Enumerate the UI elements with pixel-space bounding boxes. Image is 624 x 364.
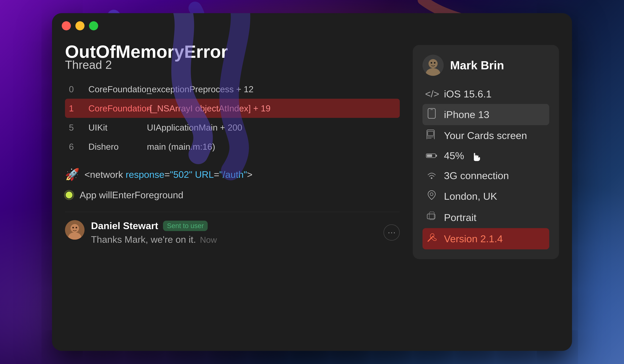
svg-rect-21 xyxy=(429,212,434,220)
info-item-orientation[interactable]: Portrait xyxy=(422,207,549,228)
tools-icon xyxy=(425,232,438,245)
comment-header: Daniel Stewart Sent to user xyxy=(91,220,377,231)
svg-rect-22 xyxy=(427,214,435,219)
info-text-screen: Your Cards screen xyxy=(444,130,527,141)
comment-time: Now xyxy=(200,235,217,244)
stack-trace: 0 CoreFoundation _exceptionPreprocess + … xyxy=(65,79,400,156)
close-button[interactable] xyxy=(62,21,71,30)
commenter-avatar xyxy=(65,220,84,240)
wifi-icon xyxy=(425,170,438,181)
stack-row: 6 Dishero main (main.m:16) xyxy=(65,137,400,156)
comment-author: Daniel Stewart xyxy=(91,220,158,231)
location-icon xyxy=(425,190,438,203)
comment-body: Daniel Stewart Sent to user Thanks Mark,… xyxy=(91,220,377,245)
info-item-device[interactable]: iPhone 13 xyxy=(422,104,549,125)
log-section: 🚀 <network response="502" URL="/auth"> A… xyxy=(65,168,400,200)
svg-point-19 xyxy=(431,177,432,179)
minimize-button[interactable] xyxy=(75,21,84,30)
title-bar xyxy=(52,13,572,35)
rocket-icon: 🚀 xyxy=(65,168,78,181)
svg-point-9 xyxy=(434,62,436,64)
svg-rect-10 xyxy=(428,108,435,118)
user-name: Mark Brin xyxy=(450,59,504,72)
info-item-battery[interactable]: 45% xyxy=(422,146,549,166)
info-text-network: 3G connection xyxy=(444,170,509,181)
content-area: OutOfMemoryError Thread 2 0 CoreFoundati… xyxy=(52,35,572,347)
stack-row-highlighted: 1 CoreFoundation -[_NSArrayI objectAtInd… xyxy=(65,99,400,118)
stack-row: 5 UIKit UIApplicationMain + 200 xyxy=(65,118,400,137)
info-text-orientation: Portrait xyxy=(444,212,476,223)
user-avatar xyxy=(422,55,444,76)
stack-row: 0 CoreFoundation _exceptionPreprocess + … xyxy=(65,79,400,99)
info-text-ios: iOS 15.6.1 xyxy=(444,88,492,100)
device-panel: Mark Brin </> iOS 15.6.1 iPhone 13 xyxy=(413,45,559,259)
info-text-device: iPhone 13 xyxy=(444,109,489,120)
comment-actions-button[interactable]: ⋯ xyxy=(384,224,400,241)
svg-point-4 xyxy=(76,227,77,228)
lifecycle-log-item: App willEnterForeground xyxy=(65,190,400,200)
crash-panel: OutOfMemoryError Thread 2 0 CoreFoundati… xyxy=(65,42,400,334)
orientation-icon xyxy=(425,211,438,224)
svg-point-6 xyxy=(429,59,438,68)
network-log-text: <network response="502" URL="/auth"> xyxy=(84,169,253,180)
sent-badge: Sent to user xyxy=(163,221,208,231)
maximize-button[interactable] xyxy=(89,21,98,30)
lifecycle-log-text: App willEnterForeground xyxy=(80,190,183,200)
svg-rect-18 xyxy=(427,154,432,157)
svg-point-20 xyxy=(430,193,433,196)
main-window: OutOfMemoryError Thread 2 0 CoreFoundati… xyxy=(52,13,572,351)
info-item-location[interactable]: London, UK xyxy=(422,186,549,207)
info-item-version[interactable]: Version 2.1.4 xyxy=(422,228,549,249)
svg-rect-13 xyxy=(428,131,434,136)
battery-icon xyxy=(425,150,438,161)
info-item-network[interactable]: 3G connection xyxy=(422,166,549,186)
svg-point-8 xyxy=(431,62,432,64)
user-info: Mark Brin xyxy=(422,55,549,76)
info-item-screen[interactable]: Your Cards screen xyxy=(422,125,549,146)
info-text-location: London, UK xyxy=(444,191,497,202)
svg-point-1 xyxy=(71,224,79,233)
info-item-ios[interactable]: </> iOS 15.6.1 xyxy=(422,84,549,104)
info-text-version: Version 2.1.4 xyxy=(444,233,503,244)
comment-section: Daniel Stewart Sent to user Thanks Mark,… xyxy=(65,212,400,245)
screen-icon xyxy=(425,129,438,141)
svg-rect-17 xyxy=(436,155,437,157)
info-text-battery: 45% xyxy=(444,150,464,161)
code-icon: </> xyxy=(425,88,438,99)
phone-icon xyxy=(425,108,438,121)
network-log-item: 🚀 <network response="502" URL="/auth"> xyxy=(65,168,400,181)
comment-text: Thanks Mark, we're on it. xyxy=(91,234,196,245)
status-dot xyxy=(65,191,73,199)
svg-point-3 xyxy=(72,227,74,228)
